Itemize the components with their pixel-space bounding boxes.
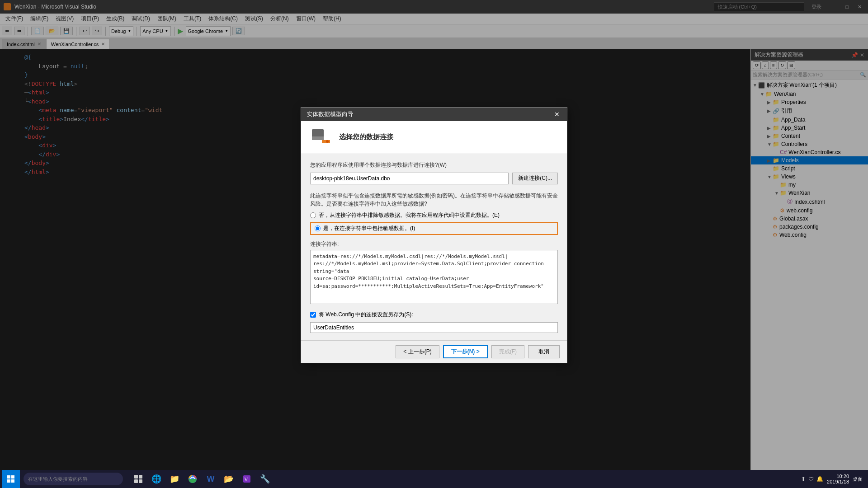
modal-back-button[interactable]: < 上一步(P) xyxy=(396,345,439,358)
sys-icons: ⬆ 🛡 🔔 xyxy=(801,476,823,482)
modal-dialog: 实体数据模型向导 ✕ 选择您的数据连接 您的应用程序应使用哪个数据连接与数据库进… xyxy=(301,107,567,363)
notification-icon[interactable]: 🔔 xyxy=(816,476,823,482)
svg-rect-7 xyxy=(139,479,142,483)
taskbar-items: 🌐 📁 W 📂 V 🔧 xyxy=(130,471,273,487)
modal-save-checkbox[interactable] xyxy=(310,312,316,318)
modal-entity-name-input[interactable] xyxy=(310,322,558,333)
modal-cancel-button[interactable]: 取消 xyxy=(528,345,560,358)
svg-rect-1 xyxy=(11,475,14,479)
edge-btn[interactable]: 🌐 xyxy=(148,471,165,487)
taskbar-search-box[interactable]: 在这里输入你要搜索的内容 xyxy=(24,473,123,485)
chrome-btn[interactable] xyxy=(184,471,201,487)
shield-icon: 🛡 xyxy=(808,476,814,482)
modal-title: 实体数据模型向导 xyxy=(307,110,354,118)
modal-conn-string-area[interactable]: metadata=res://*/Models.myModel.csdl|res… xyxy=(310,250,558,304)
modal-header-title: 选择您的数据连接 xyxy=(339,133,393,141)
modal-overlay: 实体数据模型向导 ✕ 选择您的数据连接 您的应用程序应使用哪个数据连接与数据库进… xyxy=(0,0,868,470)
modal-radio-no[interactable] xyxy=(310,212,316,218)
modal-finish-button[interactable]: 完成(F) xyxy=(491,345,524,358)
clock: 10:20 2019/1/18 xyxy=(827,474,849,484)
svg-point-16 xyxy=(326,140,329,143)
explorer-btn[interactable]: 📁 xyxy=(166,471,183,487)
svg-rect-0 xyxy=(7,475,10,479)
modal-conn-question: 您的应用程序应使用哪个数据连接与数据库进行连接?(W) xyxy=(310,161,558,169)
modal-conn-dropdown[interactable]: desktop-pbk18eu.UserData.dbo xyxy=(310,173,509,184)
modal-conn-string-label: 连接字符串: xyxy=(310,240,558,248)
modal-radio-yes-highlighted: 是，在连接字符串中包括敏感数据。(I) xyxy=(310,222,558,235)
svg-rect-2 xyxy=(7,479,10,483)
svg-rect-3 xyxy=(11,479,14,483)
taskbar-right: ⬆ 🛡 🔔 10:20 2019/1/18 桌面 xyxy=(801,474,866,484)
modal-next-button[interactable]: 下一步(N) > xyxy=(443,345,488,358)
modal-new-conn-button[interactable]: 新建连接(C)... xyxy=(512,173,558,184)
taskbar-search-placeholder: 在这里输入你要搜索的内容 xyxy=(28,476,88,483)
date-display: 2019/1/18 xyxy=(827,479,849,484)
vs-taskbar-btn[interactable]: V xyxy=(239,471,255,487)
modal-radio-no-label: 否，从连接字符串中排除敏感数据。我将在应用程序代码中设置此数据。(E) xyxy=(319,211,500,219)
modal-radio-no-row: 否，从连接字符串中排除敏感数据。我将在应用程序代码中设置此数据。(E) xyxy=(310,211,558,219)
word-btn[interactable]: W xyxy=(203,471,219,487)
modal-radio-yes-label: 是，在连接字符串中包括敏感数据。(I) xyxy=(323,225,415,232)
modal-checkbox-row: 将 Web.Config 中的连接设置另存为(S): xyxy=(310,311,558,319)
files-btn[interactable]: 📂 xyxy=(221,471,237,487)
modal-body: 您的应用程序应使用哪个数据连接与数据库进行连接?(W) desktop-pbk1… xyxy=(301,154,567,340)
svg-rect-5 xyxy=(139,475,142,479)
modal-dropdown-row: desktop-pbk18eu.UserData.dbo 新建连接(C)... xyxy=(310,173,558,184)
taskbar: 在这里输入你要搜索的内容 🌐 📁 xyxy=(0,470,868,488)
svg-rect-14 xyxy=(312,136,324,140)
time-display: 10:20 xyxy=(836,474,849,479)
svg-rect-4 xyxy=(134,475,138,479)
task-view-btn[interactable] xyxy=(130,471,146,487)
network-icon: ⬆ xyxy=(801,476,806,482)
modal-checkbox-label: 将 Web.Config 中的连接设置另存为(S): xyxy=(319,311,413,319)
svg-text:V: V xyxy=(244,476,248,483)
tools-btn[interactable]: 🔧 xyxy=(257,471,273,487)
modal-close-button[interactable]: ✕ xyxy=(552,111,561,118)
modal-sensitive-section: 此连接字符串似乎包含连接数据库所需的敏感数据(例如密码)。在连接字符串中存储敏感… xyxy=(310,192,558,235)
modal-sensitive-warning: 此连接字符串似乎包含连接数据库所需的敏感数据(例如密码)。在连接字符串中存储敏感… xyxy=(310,192,558,208)
modal-header: 选择您的数据连接 xyxy=(301,121,567,154)
svg-rect-6 xyxy=(134,479,138,483)
modal-title-bar: 实体数据模型向导 ✕ xyxy=(301,108,567,121)
modal-radio-yes[interactable] xyxy=(315,225,321,231)
modal-footer: < 上一步(P) 下一步(N) > 完成(F) 取消 xyxy=(301,340,567,363)
desktop-btn[interactable]: 桌面 xyxy=(853,476,863,483)
modal-header-icon xyxy=(310,128,332,146)
start-button[interactable] xyxy=(2,470,20,488)
